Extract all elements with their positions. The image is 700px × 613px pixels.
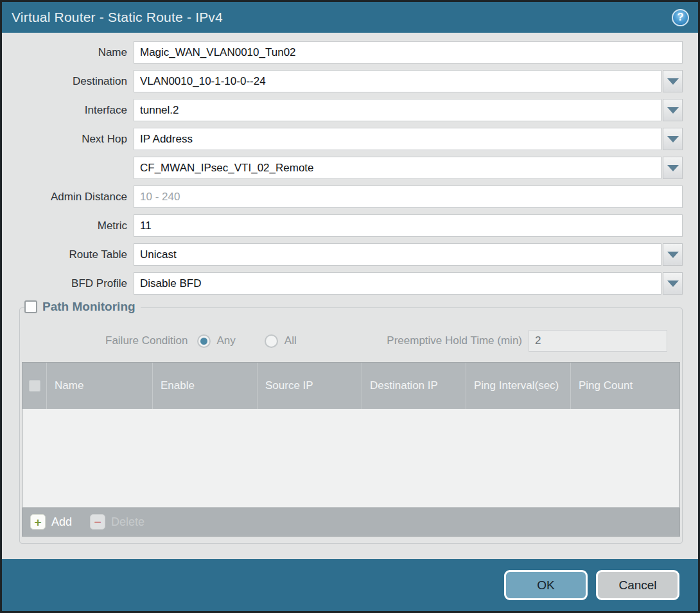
interface-input[interactable] xyxy=(134,99,661,121)
metric-label: Metric xyxy=(19,220,134,232)
path-monitoring-table: Name Enable Source IP Destination IP Pin… xyxy=(22,362,680,507)
metric-input[interactable] xyxy=(134,214,683,237)
column-header-ping-count[interactable]: Ping Count xyxy=(570,363,679,409)
form-row-destination: Destination xyxy=(19,70,683,92)
name-label: Name xyxy=(19,46,134,59)
static-route-dialog: Virtual Router - Static Route - IPv4 ? N… xyxy=(0,0,700,613)
admin-distance-label: Admin Distance xyxy=(19,191,134,203)
add-button-label: Add xyxy=(51,515,72,529)
path-monitoring-controls: Failure Condition Any All Preemptive Hol… xyxy=(22,321,680,362)
route-table-dropdown-button[interactable] xyxy=(663,243,683,266)
form-row-interface: Interface xyxy=(19,99,683,121)
next-hop-address-input[interactable] xyxy=(134,157,661,179)
chevron-down-icon xyxy=(667,78,679,85)
failure-condition-all-radio[interactable] xyxy=(265,334,278,348)
next-hop-type-dropdown-button[interactable] xyxy=(663,128,683,150)
minus-icon: − xyxy=(90,514,105,530)
bfd-profile-dropdown-button[interactable] xyxy=(663,272,683,295)
column-header-destination-ip[interactable]: Destination IP xyxy=(362,363,466,409)
next-hop-address-dropdown-button[interactable] xyxy=(663,157,683,179)
dialog-titlebar: Virtual Router - Static Route - IPv4 ? xyxy=(2,2,698,33)
preemptive-hold-time-label: Preemptive Hold Time (min) xyxy=(387,334,522,347)
destination-dropdown-button[interactable] xyxy=(663,70,683,92)
interface-dropdown-button[interactable] xyxy=(663,99,683,121)
delete-button-label: Delete xyxy=(111,515,144,529)
column-header-source-ip[interactable]: Source IP xyxy=(257,363,362,409)
failure-condition-any-radio[interactable] xyxy=(197,334,211,348)
form-row-next-hop: Next Hop xyxy=(19,128,683,150)
table-body-empty xyxy=(22,409,679,507)
column-header-name[interactable]: Name xyxy=(46,363,152,409)
dialog-title: Virtual Router - Static Route - IPv4 xyxy=(12,10,223,25)
plus-icon: + xyxy=(30,514,46,530)
bfd-profile-input[interactable] xyxy=(134,272,661,295)
destination-label: Destination xyxy=(19,75,134,88)
name-input[interactable] xyxy=(134,41,683,64)
next-hop-label: Next Hop xyxy=(19,133,134,146)
select-all-checkbox[interactable] xyxy=(29,380,40,392)
form-row-bfd-profile: BFD Profile xyxy=(19,272,683,295)
form-row-name: Name xyxy=(19,41,683,64)
path-monitoring-checkbox[interactable] xyxy=(24,300,37,313)
cancel-button[interactable]: Cancel xyxy=(596,570,679,600)
delete-button[interactable]: − Delete xyxy=(90,514,144,530)
path-monitoring-section: Path Monitoring Failure Condition Any Al… xyxy=(19,307,683,544)
chevron-down-icon xyxy=(667,281,679,287)
path-monitoring-legend: Path Monitoring xyxy=(24,300,141,314)
preemptive-hold-time-input[interactable] xyxy=(529,330,667,352)
form-row-metric: Metric xyxy=(19,214,683,237)
form-row-route-table: Route Table xyxy=(19,243,683,266)
chevron-down-icon xyxy=(667,136,679,142)
table-action-bar: + Add − Delete xyxy=(22,507,680,537)
radio-selected-dot xyxy=(200,338,207,345)
route-table-input[interactable] xyxy=(134,243,661,266)
ok-button[interactable]: OK xyxy=(504,570,588,600)
add-button[interactable]: + Add xyxy=(30,514,72,530)
chevron-down-icon xyxy=(667,252,679,258)
form-row-next-hop-address xyxy=(19,157,683,179)
destination-input[interactable] xyxy=(134,70,661,92)
chevron-down-icon xyxy=(667,107,679,114)
path-monitoring-title: Path Monitoring xyxy=(42,300,136,314)
interface-label: Interface xyxy=(19,104,134,117)
chevron-down-icon xyxy=(667,165,679,171)
form-row-admin-distance: Admin Distance xyxy=(19,186,683,208)
failure-condition-label: Failure Condition xyxy=(105,334,188,347)
dialog-content: Name Destination Interface xyxy=(2,33,698,559)
bfd-profile-label: BFD Profile xyxy=(19,277,134,290)
route-table-label: Route Table xyxy=(19,248,134,261)
table-select-all-checkbox-cell xyxy=(22,363,46,409)
help-icon[interactable]: ? xyxy=(672,9,689,26)
table-header-row: Name Enable Source IP Destination IP Pin… xyxy=(22,363,679,409)
dialog-footer: OK Cancel xyxy=(2,559,698,611)
column-header-enable[interactable]: Enable xyxy=(152,363,257,409)
admin-distance-input[interactable] xyxy=(134,186,683,208)
column-header-ping-interval[interactable]: Ping Interval(sec) xyxy=(466,363,570,409)
failure-condition-all-label: All xyxy=(284,334,297,347)
failure-condition-any-label: Any xyxy=(217,334,236,347)
next-hop-type-input[interactable] xyxy=(134,128,661,150)
